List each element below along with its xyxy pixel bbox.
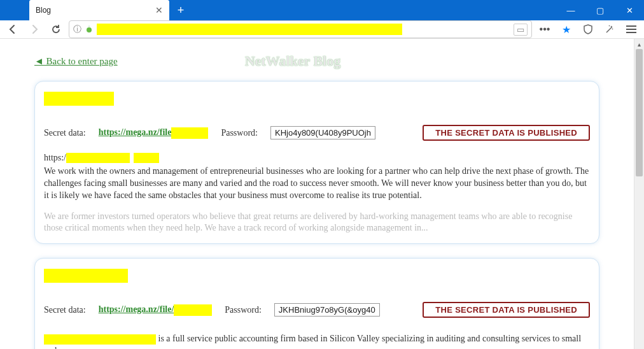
victim-name-redacted-inline: [44, 334, 156, 345]
scroll-thumb[interactable]: [636, 49, 643, 176]
reader-mode-icon[interactable]: ▭: [514, 24, 528, 36]
info-icon[interactable]: ⓘ: [73, 24, 81, 35]
mega-link-wrap: https://mega.nz/file/: [99, 304, 213, 316]
victim-description-faded: We are former investors turned operators…: [44, 211, 590, 235]
scroll-up-button[interactable]: ▴: [634, 39, 644, 49]
url-bar[interactable]: ⓘ ▭: [69, 20, 532, 38]
bookmark-star-icon[interactable]: ★: [557, 20, 575, 38]
viewport: ◄ Back to enter page NetWalker Blog Secr…: [0, 39, 644, 349]
arrow-left-icon: [7, 24, 18, 35]
vertical-scrollbar[interactable]: ▴ ▾: [634, 39, 644, 349]
mega-link[interactable]: https://mega.nz/file: [99, 127, 172, 137]
window-close-button[interactable]: ✕: [615, 0, 644, 20]
secret-data-label: Secret data:: [44, 305, 86, 315]
arrow-right-icon: [29, 24, 40, 35]
victim-name-redacted: [44, 92, 114, 106]
reload-icon: [51, 24, 61, 34]
password-value[interactable]: JKHBniug97o8yG(&oyg40: [274, 303, 380, 317]
url-redacted: [97, 24, 402, 35]
password-label: Password:: [225, 305, 262, 315]
sparkle-icon[interactable]: [601, 20, 619, 38]
back-to-enter-link[interactable]: ◄ Back to enter page: [34, 56, 118, 67]
mega-link-redacted: [174, 304, 212, 316]
mega-link[interactable]: https://mega.nz/file/: [99, 304, 174, 314]
window-minimize-button[interactable]: —: [556, 0, 585, 20]
leak-card: Secret data: https://mega.nz/file/ Passw…: [34, 258, 599, 349]
browser-tab[interactable]: Blog ✕: [29, 0, 169, 20]
window-maximize-button[interactable]: ▢: [585, 0, 615, 20]
secret-data-label: Secret data:: [44, 128, 86, 138]
new-tab-button[interactable]: +: [172, 1, 190, 19]
published-badge: THE SECRET DATA IS PUBLISHED: [423, 125, 590, 141]
victim-url-redacted-2: [134, 153, 159, 163]
svg-point-0: [87, 27, 92, 32]
forward-button: [25, 20, 43, 38]
victim-description: We work with the owners and management o…: [44, 166, 590, 202]
shield-icon[interactable]: [579, 20, 597, 38]
window-titlebar: Blog ✕ + — ▢ ✕: [0, 0, 644, 20]
victim-name-redacted: [44, 269, 128, 283]
back-button[interactable]: [4, 20, 22, 38]
mega-link-redacted: [171, 127, 208, 139]
victim-url-prefix: https:/: [44, 152, 66, 164]
hamburger-icon: [626, 25, 636, 33]
browser-toolbar: ⓘ ▭ ••• ★: [0, 20, 644, 39]
more-icon[interactable]: •••: [536, 20, 554, 38]
tab-close-icon[interactable]: ✕: [155, 5, 163, 15]
victim-url-redacted: [66, 153, 130, 163]
onion-icon: [85, 25, 93, 33]
tab-title: Blog: [36, 6, 51, 15]
leak-card: Secret data: https://mega.nz/file Passwo…: [34, 81, 599, 244]
menu-button[interactable]: [622, 20, 640, 38]
page-title: NetWalker Blog: [245, 53, 341, 69]
reload-button[interactable]: [47, 20, 65, 38]
page-scroll-area[interactable]: ◄ Back to enter page NetWalker Blog Secr…: [0, 39, 634, 349]
password-label: Password:: [221, 128, 258, 138]
mega-link-wrap: https://mega.nz/file: [99, 127, 209, 139]
published-badge: THE SECRET DATA IS PUBLISHED: [423, 302, 590, 318]
password-value[interactable]: KHjo4y809(U408y9PUOjh: [270, 126, 375, 139]
